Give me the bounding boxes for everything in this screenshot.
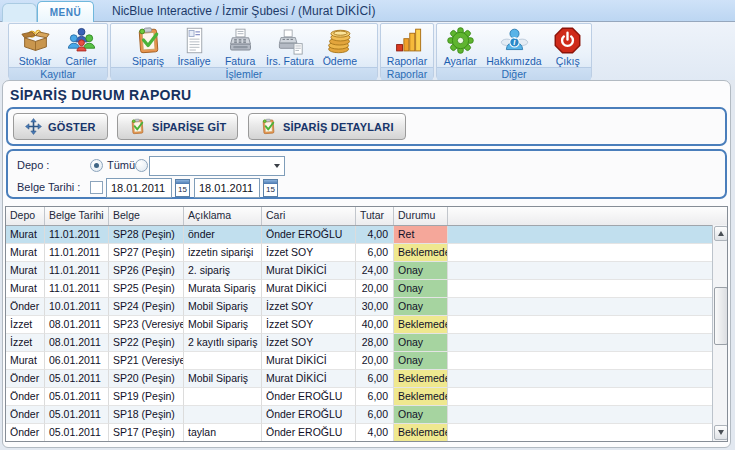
cell-belge-tarihi: 05.01.2011 xyxy=(45,388,109,406)
scrollbar-thumb[interactable] xyxy=(714,287,728,345)
content-panel: SİPARİŞ DURUM RAPORU GÖSTER SİPARİŞE GİT… xyxy=(2,80,731,448)
cell-tutar: 20,00 xyxy=(356,352,394,370)
date-to-calendar-button[interactable]: 15 xyxy=(263,179,278,197)
scroll-down-button[interactable] xyxy=(714,425,728,440)
cell-aciklama: önder xyxy=(184,226,262,244)
column-header-durumu[interactable]: Durumu xyxy=(394,207,448,225)
cell-depo: Önder xyxy=(6,370,45,388)
column-header-tutar[interactable]: Tutar xyxy=(356,207,394,225)
menu-tab[interactable]: MENÜ xyxy=(37,1,94,22)
tumu-label: Tümü xyxy=(107,159,135,171)
ribbon-button-label: İrsaliye xyxy=(177,55,210,67)
ribbon-button-label: Fatura xyxy=(225,55,255,67)
table-row[interactable]: İzzet 08.01.2011 SP22 (Peşin) 2 kayıtlı … xyxy=(6,334,712,352)
ribbon-button-label: Hakkımızda xyxy=(486,55,541,67)
ribbon-button[interactable]: Ayarlar xyxy=(438,25,482,67)
cell-belge-tarihi: 11.01.2011 xyxy=(45,244,109,262)
cell-tutar: 6,00 xyxy=(356,406,394,424)
ribbon-button[interactable]: İrsaliye xyxy=(172,25,216,67)
table-row[interactable]: Murat 06.01.2011 SP21 (Veresiye) Murat D… xyxy=(6,352,712,370)
column-header-belge-tarihi[interactable]: Belge Tarihi xyxy=(45,207,109,225)
cell-cari: Murat DİKİCİ xyxy=(262,352,356,370)
depo-tumu-radio[interactable] xyxy=(90,159,103,172)
ribbon-group-label: Kayıtlar xyxy=(9,67,107,81)
goster-button-label: GÖSTER xyxy=(48,121,96,133)
cell-durumu status-badge: Onay xyxy=(394,280,448,298)
ribbon-button[interactable]: Çıkış xyxy=(546,25,590,67)
combobox-dropdown-arrow-icon[interactable] xyxy=(274,164,280,168)
cell-depo: Önder xyxy=(6,406,45,424)
ribbon-group-diger: Ayarlar Hakkımızda Çıkış Diğer xyxy=(436,23,592,79)
ribbon-button-icon xyxy=(134,26,163,55)
grid-body: Murat 11.01.2011 SP28 (Peşin) önder Önde… xyxy=(6,226,712,442)
ribbon-button[interactable]: Fatura xyxy=(218,25,262,67)
column-header-depo[interactable]: Depo xyxy=(6,207,45,225)
ribbon-button-icon xyxy=(500,26,529,55)
cell-belge-tarihi: 11.01.2011 xyxy=(45,280,109,298)
cell-filler xyxy=(448,280,712,298)
ribbon-button[interactable]: Stoklar xyxy=(13,25,57,67)
belge-tarihi-checkbox[interactable] xyxy=(90,181,103,194)
cell-filler xyxy=(448,406,712,424)
table-row[interactable]: Murat 11.01.2011 SP25 (Peşin) Murata Sip… xyxy=(6,280,712,298)
cell-belge-tarihi: 08.01.2011 xyxy=(45,316,109,334)
table-row[interactable]: Önder 05.01.2011 SP20 (Peşin) Mobil Sipa… xyxy=(6,370,712,388)
ribbon-button-icon xyxy=(67,26,96,55)
cell-aciklama: taylan xyxy=(184,424,262,442)
cell-tutar: 6,00 xyxy=(356,370,394,388)
date-from-input[interactable] xyxy=(106,178,172,198)
depo-secili-radio[interactable] xyxy=(135,159,148,172)
ribbon-button[interactable]: Sipariş xyxy=(126,25,170,67)
column-header-aciklama[interactable]: Açıklama xyxy=(184,207,262,225)
application-window: MENÜ NicBlue Interactive / İzmir Şubesi … xyxy=(0,0,735,450)
cell-cari: Murat DİKİCİ xyxy=(262,370,356,388)
cell-belge-tarihi: 11.01.2011 xyxy=(45,262,109,280)
ribbon-button-icon xyxy=(553,26,582,55)
cell-durumu status-badge: Onay xyxy=(394,334,448,352)
ribbon-button[interactable]: Ödeme xyxy=(318,25,362,67)
ribbon-group-label: Diğer xyxy=(437,67,591,81)
cell-tutar: 4,00 xyxy=(356,424,394,442)
siparis-detaylari-button[interactable]: SİPARİŞ DETAYLARI xyxy=(248,113,406,140)
cell-tutar: 30,00 xyxy=(356,298,394,316)
table-row[interactable]: Önder 05.01.2011 SP17 (Peşin) taylan Önd… xyxy=(6,424,712,442)
table-row[interactable]: Murat 11.01.2011 SP27 (Peşin) izzetin si… xyxy=(6,244,712,262)
cell-aciklama: Mobil Sipariş xyxy=(184,316,262,334)
siparise-git-button-label: SİPARİŞE GİT xyxy=(152,121,226,133)
cell-tutar: 40,00 xyxy=(356,316,394,334)
cell-aciklama xyxy=(184,352,262,370)
ribbon-group-kayitlar: Stoklar Cariler Kayıtlar xyxy=(8,23,108,79)
date-from-calendar-button[interactable]: 15 xyxy=(175,179,190,197)
date-to-input[interactable] xyxy=(194,178,260,198)
table-row[interactable]: İzzet 08.01.2011 SP23 (Veresiye) Mobil S… xyxy=(6,316,712,334)
cell-durumu status-badge: Beklemede xyxy=(394,244,448,262)
cell-cari: İzzet SOY xyxy=(262,334,356,352)
table-row[interactable]: Önder 10.01.2011 SP24 (Peşin) Mobil Sipa… xyxy=(6,298,712,316)
filter-panel: Depo : Tümü Belge Tarihi : 15 15 xyxy=(6,149,727,199)
cell-belge-tarihi: 11.01.2011 xyxy=(45,226,109,244)
scroll-up-button[interactable] xyxy=(714,226,728,241)
cell-belge: SP24 (Peşin) xyxy=(109,298,184,316)
ribbon-button-label: Ayarlar xyxy=(444,55,477,67)
column-header-cari[interactable]: Cari xyxy=(262,207,356,225)
siparise-git-button[interactable]: SİPARİŞE GİT xyxy=(117,113,238,140)
cell-aciklama: 2. sipariş xyxy=(184,262,262,280)
column-header-filler xyxy=(448,207,727,225)
table-row[interactable]: Murat 11.01.2011 SP28 (Peşin) önder Önde… xyxy=(6,226,712,244)
depo-combobox[interactable] xyxy=(149,156,285,176)
ribbon-button[interactable]: Raporlar xyxy=(385,25,429,67)
table-row[interactable]: Murat 11.01.2011 SP26 (Peşin) 2. sipariş… xyxy=(6,262,712,280)
table-row[interactable]: Önder 05.01.2011 SP19 (Peşin) Önder EROĞ… xyxy=(6,388,712,406)
cell-belge-tarihi: 05.01.2011 xyxy=(45,370,109,388)
cell-tutar: 24,00 xyxy=(356,262,394,280)
vertical-scrollbar[interactable] xyxy=(712,225,727,441)
table-row[interactable]: Önder 05.01.2011 SP18 (Peşin) Önder EROĞ… xyxy=(6,406,712,424)
ribbon-button[interactable]: İrs. Fatura xyxy=(264,25,316,67)
goster-button[interactable]: GÖSTER xyxy=(13,113,108,140)
ribbon-button-label: İrs. Fatura xyxy=(266,55,314,67)
ribbon-button[interactable]: Hakkımızda xyxy=(484,25,543,67)
goster-move-icon xyxy=(25,118,42,135)
column-header-belge[interactable]: Belge xyxy=(109,207,184,225)
ribbon-button[interactable]: Cariler xyxy=(59,25,103,67)
cell-belge-tarihi: 06.01.2011 xyxy=(45,352,109,370)
